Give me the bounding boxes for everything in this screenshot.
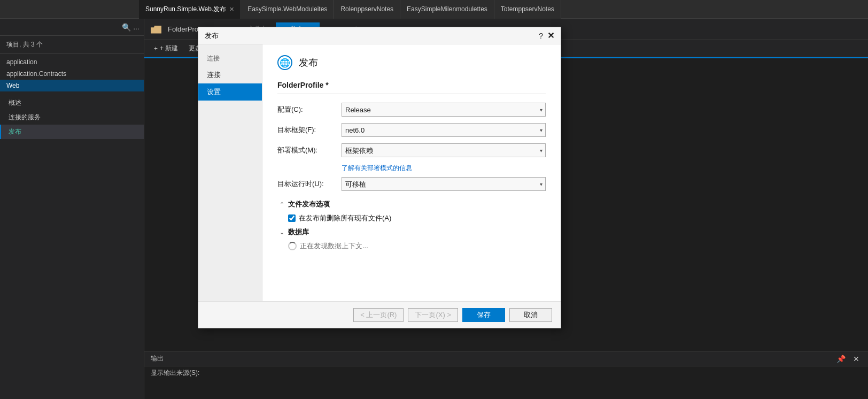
delete-existing-files-label: 在发布前删除所有现有文件(A): [299, 213, 391, 223]
output-panel: 输出 📌 ✕ 显示输出来源(S):: [144, 351, 868, 399]
sidebar-nav-connected-services[interactable]: 连接的服务: [0, 110, 144, 125]
folder-icon: [151, 25, 161, 34]
ide-background: SunnyRun.Simple.Web.发布 ✕ EasySimple.WebM…: [0, 0, 868, 399]
framework-select[interactable]: net6.0 net5.0: [342, 123, 546, 137]
loading-text: 正在发现数据上下文...: [300, 241, 368, 251]
framework-form-row: 目标框架(F): net6.0 net5.0 ▾: [277, 123, 546, 137]
runtime-form-row: 目标运行时(U): 可移植 linux-x64 win-x64 ▾: [277, 177, 546, 191]
tab-label: SunnyRun.Simple.Web.发布: [145, 5, 226, 14]
file-publish-section-header[interactable]: ⌃ 文件发布选项: [277, 200, 546, 209]
config-select-wrapper: Debug Release ▾: [342, 103, 546, 117]
tab-label: RolenppservNotes: [340, 5, 393, 13]
deploy-mode-select-wrapper: 框架依赖 独立 ▾: [342, 143, 546, 157]
deploy-mode-form-row: 部署模式(M): 框架依赖 独立 ▾: [277, 143, 546, 157]
file-publish-section: ⌃ 文件发布选项 在发布前删除所有现有文件(A): [277, 200, 546, 223]
new-btn-label: + 新建: [160, 44, 178, 53]
sidebar-project-list: application application.Contracts Web: [0, 54, 144, 94]
sidebar-nav-overview[interactable]: 概述: [0, 96, 144, 110]
file-publish-chevron-icon: ⌃: [277, 200, 286, 209]
database-loading-row: 正在发现数据上下文...: [277, 241, 546, 251]
framework-select-wrapper: net6.0 net5.0 ▾: [342, 123, 546, 137]
delete-existing-files-checkbox[interactable]: [288, 214, 296, 222]
project-count-label: 项目, 共 3 个: [0, 36, 144, 54]
new-profile-button[interactable]: + + 新建: [151, 43, 181, 54]
tab-4[interactable]: EasySimpleMilenmodulettes: [400, 0, 494, 19]
output-controls: 📌 ✕: [834, 354, 862, 364]
search-icon[interactable]: 🔍: [122, 23, 131, 32]
sidebar-nav: 概述 连接的服务 发布: [0, 94, 144, 141]
dialog-body: 连接 连接 设置 🌐 发布 FolderProfile *: [198, 44, 561, 301]
sidebar-project-application[interactable]: application: [0, 56, 144, 68]
tab-label: EasySimple.WebModuleites: [247, 5, 327, 13]
runtime-select-wrapper: 可移植 linux-x64 win-x64 ▾: [342, 177, 546, 191]
database-section: ⌄ 数据库 正在发现数据上下文...: [277, 227, 546, 251]
dialog-main-content: 🌐 发布 FolderProfile * 配置(C): Debug Releas…: [262, 44, 561, 301]
output-header: 输出 📌 ✕: [144, 351, 868, 366]
publish-dialog: 发布 ? ✕ 连接 连接 设置 🌐: [198, 27, 561, 328]
loading-spinner: [288, 242, 297, 250]
dialog-title-bar: 发布 ? ✕: [198, 27, 561, 44]
save-button[interactable]: 保存: [462, 308, 505, 322]
dialog-help-button[interactable]: ?: [539, 32, 543, 40]
output-source-row: 显示输出来源(S):: [144, 366, 868, 380]
runtime-label: 目标运行时(U):: [277, 179, 342, 189]
globe-icon: 🌐: [280, 58, 290, 68]
dialog-header-row: 🌐 发布: [277, 55, 546, 70]
deploy-mode-select[interactable]: 框架依赖 独立: [342, 143, 546, 157]
tab-3[interactable]: RolenppservNotes: [334, 0, 400, 19]
tab-publish[interactable]: SunnyRun.Simple.Web.发布 ✕: [139, 0, 241, 19]
delete-existing-files-row: 在发布前删除所有现有文件(A): [277, 213, 546, 223]
sidebar-toolbar: 🔍 …: [0, 19, 144, 36]
cancel-button[interactable]: 取消: [509, 308, 552, 322]
dialog-nav-section-label: 连接: [198, 51, 262, 66]
tab-bar: SunnyRun.Simple.Web.发布 ✕ EasySimple.WebM…: [0, 0, 868, 19]
tab-close-icon[interactable]: ✕: [229, 6, 234, 13]
tab-label: EasySimpleMilenmodulettes: [407, 5, 487, 13]
database-section-title: 数据库: [288, 227, 309, 237]
config-select[interactable]: Debug Release: [342, 103, 546, 117]
sidebar-project-contracts[interactable]: application.Contracts: [0, 68, 144, 80]
framework-label: 目标框架(F):: [277, 125, 342, 135]
close-output-icon[interactable]: ✕: [851, 354, 862, 364]
sidebar-toolbar-label: …: [133, 24, 140, 31]
tab-2[interactable]: EasySimple.WebModuleites: [241, 0, 334, 19]
dialog-nav-connect[interactable]: 连接: [198, 66, 262, 83]
sidebar-project-web[interactable]: Web: [0, 80, 144, 91]
dialog-footer: < 上一页(R) 下一页(X) > 保存 取消: [198, 301, 561, 328]
dialog-profile-title: FolderProfile *: [277, 81, 546, 94]
deploy-info-link[interactable]: 了解有关部署模式的信息: [277, 164, 546, 173]
dialog-main-title: 发布: [299, 56, 318, 69]
config-form-row: 配置(C): Debug Release ▾: [277, 103, 546, 117]
config-label: 配置(C):: [277, 105, 342, 114]
next-page-button[interactable]: 下一页(X) >: [408, 308, 458, 322]
globe-icon-container: 🌐: [277, 55, 292, 70]
prev-page-button[interactable]: < 上一页(R): [353, 308, 404, 322]
dialog-close-button[interactable]: ✕: [547, 30, 554, 41]
tab-5[interactable]: TotemppservNotes: [494, 0, 561, 19]
dialog-nav-settings[interactable]: 设置: [198, 83, 262, 101]
pin-icon[interactable]: 📌: [834, 354, 848, 364]
output-source-label: 显示输出来源(S):: [151, 369, 199, 377]
runtime-select[interactable]: 可移植 linux-x64 win-x64: [342, 177, 546, 191]
dialog-title-text: 发布: [205, 31, 539, 41]
database-chevron-icon: ⌄: [277, 228, 286, 236]
deploy-mode-label: 部署模式(M):: [277, 145, 342, 155]
file-publish-section-title: 文件发布选项: [288, 200, 330, 209]
sidebar: 🔍 … 项目, 共 3 个 application application.Co…: [0, 19, 144, 399]
sidebar-nav-publish[interactable]: 发布: [0, 125, 144, 139]
tab-label: TotemppservNotes: [501, 5, 554, 13]
plus-icon: +: [154, 45, 158, 52]
output-title: 输出: [151, 354, 164, 363]
database-section-header[interactable]: ⌄ 数据库: [277, 227, 546, 237]
dialog-left-nav: 连接 连接 设置: [198, 44, 262, 301]
